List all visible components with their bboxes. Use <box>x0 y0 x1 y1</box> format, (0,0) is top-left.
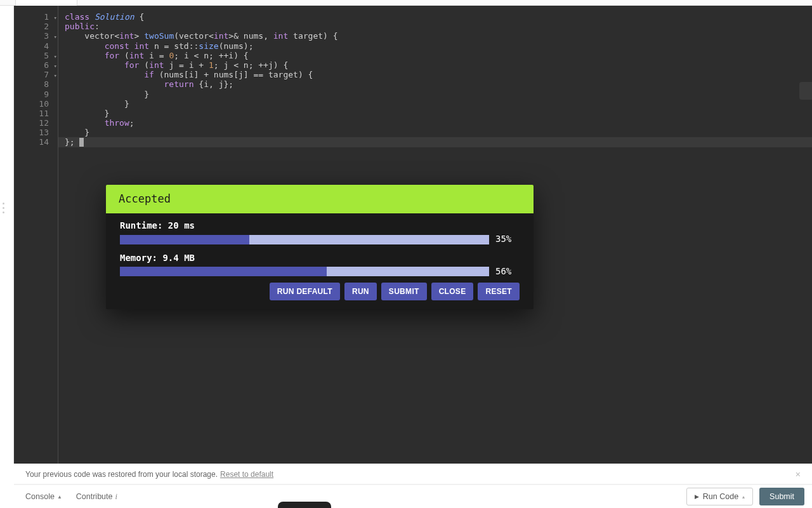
line-number: 9 <box>14 90 58 99</box>
code-line[interactable]: public: <box>65 22 812 31</box>
contribute-label: Contribute <box>76 492 113 501</box>
close-button[interactable]: CLOSE <box>431 283 474 300</box>
code-line[interactable]: } <box>65 90 812 99</box>
contribute-link[interactable]: Contribute i <box>76 492 117 502</box>
line-number: 5▾ <box>14 51 58 60</box>
code-line[interactable]: for (int i = 0; i < n; ++i) { <box>65 51 812 60</box>
memory-percent: 56% <box>495 267 520 276</box>
runtime-row: 35% <box>120 234 520 244</box>
line-number: 7▾ <box>14 70 58 79</box>
tab-fragment <box>15 0 77 6</box>
line-number: 3▾ <box>14 31 58 41</box>
result-status: Accepted <box>106 185 534 213</box>
code-line[interactable]: } <box>65 99 812 109</box>
code-line[interactable]: throw; <box>65 118 812 128</box>
line-gutter: 1▾23▾45▾6▾7▾891011121314 <box>14 6 58 464</box>
code-area[interactable]: class Solution {public: vector<int> twoS… <box>58 6 812 147</box>
line-number: 4 <box>14 41 58 51</box>
reset-default-link[interactable]: Reset to default <box>220 470 273 479</box>
memory-label: Memory: 9.4 MB <box>120 253 520 263</box>
memory-bar <box>120 267 489 276</box>
bottom-right-buttons: ▶ Run Code ▴ Submit <box>686 488 804 505</box>
result-body: Runtime: 20 ms 35% Memory: 9.4 MB 56% RU… <box>106 213 534 309</box>
runtime-label: Runtime: 20 ms <box>120 221 520 231</box>
bottom-pill <box>278 502 331 508</box>
line-number: 6▾ <box>14 60 58 70</box>
run-code-button[interactable]: ▶ Run Code ▴ <box>686 488 753 505</box>
code-line[interactable]: }; <box>58 137 812 147</box>
line-number: 1▾ <box>14 12 58 22</box>
restore-bar: Your previous code was restored from you… <box>14 464 812 485</box>
submit-result-button[interactable]: SUBMIT <box>381 283 427 300</box>
runtime-bar-fill <box>120 235 249 244</box>
top-strip <box>0 0 812 6</box>
code-line[interactable]: } <box>65 109 812 118</box>
line-number: 14 <box>14 137 58 147</box>
restore-message: Your previous code was restored from you… <box>25 470 218 479</box>
line-number: 8 <box>14 79 58 89</box>
code-line[interactable]: class Solution { <box>65 12 812 22</box>
chevron-up-icon: ▲ <box>57 494 62 500</box>
line-number: 11 <box>14 109 58 118</box>
code-line[interactable]: for (int j = i + 1; j < n; ++j) { <box>65 60 812 70</box>
result-card: Accepted Runtime: 20 ms 35% Memory: 9.4 … <box>106 185 534 309</box>
reset-button[interactable]: RESET <box>478 283 520 300</box>
code-line[interactable]: vector<int> twoSum(vector<int>& nums, in… <box>65 31 812 41</box>
code-editor[interactable]: 1▾23▾45▾6▾7▾891011121314 class Solution … <box>14 6 812 464</box>
chevron-up-icon: ▴ <box>742 494 745 500</box>
run-button[interactable]: RUN <box>344 283 377 300</box>
result-buttons: RUN DEFAULT RUN SUBMIT CLOSE RESET <box>120 281 520 300</box>
code-line[interactable]: const int n = std::size(nums); <box>65 41 812 51</box>
text-cursor <box>79 138 84 147</box>
memory-bar-fill <box>120 267 327 276</box>
code-line[interactable]: } <box>65 128 812 137</box>
line-number: 10 <box>14 99 58 109</box>
run-default-button[interactable]: RUN DEFAULT <box>270 283 340 300</box>
run-code-label: Run Code <box>703 492 738 501</box>
runtime-bar <box>120 235 489 244</box>
resize-handle-icon[interactable] <box>3 203 4 213</box>
submit-button[interactable]: Submit <box>759 488 804 505</box>
code-line[interactable]: return {i, j}; <box>65 79 812 89</box>
line-number: 2 <box>14 22 58 31</box>
play-icon: ▶ <box>695 493 699 500</box>
console-toggle[interactable]: Console ▲ <box>25 492 62 501</box>
runtime-percent: 35% <box>495 234 520 244</box>
info-icon: i <box>115 492 117 502</box>
left-rail <box>0 6 14 464</box>
memory-row: 56% <box>120 267 520 276</box>
line-number: 12 <box>14 118 58 128</box>
editor-main: 1▾23▾45▾6▾7▾891011121314 class Solution … <box>0 6 812 464</box>
copy-icon[interactable] <box>799 82 812 100</box>
close-icon[interactable]: × <box>796 469 801 479</box>
line-number: 13 <box>14 128 58 137</box>
console-label: Console <box>25 492 55 501</box>
bottom-toolbar: Console ▲ Contribute i ▶ Run Code ▴ Subm… <box>14 485 812 508</box>
code-line[interactable]: if (nums[i] + nums[j] == target) { <box>65 70 812 79</box>
